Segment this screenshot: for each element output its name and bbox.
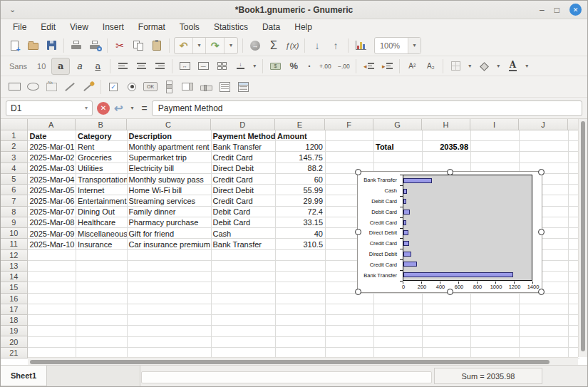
row-header[interactable]: 19 [1,326,28,336]
chart-selection-handle[interactable] [538,289,545,295]
menu-help[interactable]: Help [288,21,319,33]
window-menu-icon[interactable]: ⌄ [9,5,16,14]
row-header[interactable]: 16 [1,294,28,304]
row-header[interactable]: 8 [1,207,28,217]
enter-dropdown[interactable]: ▾ [128,105,138,111]
cut-button[interactable]: ✂ [110,37,129,54]
menu-view[interactable]: View [63,21,95,33]
cell[interactable]: 2025-Mar-08 [28,217,76,228]
draw-arrow-button[interactable] [79,78,98,96]
cell[interactable]: Utilities [76,163,127,174]
cell[interactable]: 145.75 [275,152,325,162]
cell[interactable]: 60 [275,174,325,185]
autosum-button[interactable]: Σ [264,37,283,54]
chart-selection-handle[interactable] [538,169,545,175]
sheet-tab[interactable]: Sheet1 [1,366,47,386]
sort-descending-button[interactable]: ↓ [308,37,326,54]
insert-checkbox-button[interactable]: ✓ [104,78,123,96]
align-center-button[interactable] [132,58,150,75]
col-header-c[interactable]: C [127,119,211,130]
cell[interactable]: Car insurance premium [127,239,211,249]
chart-selection-handle[interactable] [447,169,453,175]
col-header-b[interactable]: B [76,119,127,130]
cell[interactable]: Credit Card [211,174,276,185]
equals-button[interactable]: = [142,103,148,114]
align-right-button[interactable] [150,58,169,75]
menu-data[interactable]: Data [256,21,287,33]
cell-name-box[interactable]: D1 ▾ [6,100,93,116]
cell[interactable]: Amount [275,130,325,141]
row-header[interactable]: 10 [1,228,28,239]
cell[interactable]: 2025-Mar-01 [28,141,76,152]
cell[interactable]: Credit Card [211,152,276,162]
name-box-dropdown-icon[interactable]: ▾ [85,105,88,111]
menu-file[interactable]: File [6,21,33,33]
col-header-d[interactable]: D [211,119,276,130]
split-cells-button[interactable] [212,58,231,75]
menu-edit[interactable]: Edit [34,21,62,33]
align-left-button[interactable] [113,58,132,75]
chart-selection-handle[interactable] [355,289,361,295]
cell[interactable]: Internet [76,185,127,195]
cell[interactable]: 2025-Mar-07 [28,207,76,217]
function-button[interactable]: ƒ(x) [283,37,301,54]
cell[interactable]: Bank Transfer [211,239,276,249]
copy-button[interactable] [129,37,148,54]
chart-selection-handle[interactable] [355,229,361,235]
fill-color-dropdown[interactable]: ▾ [493,63,503,69]
row-header[interactable]: 1 [1,130,28,141]
cell[interactable]: Transportation [76,174,127,185]
row-header[interactable]: 17 [1,304,28,315]
cell[interactable]: Electricity bill [127,163,211,174]
row-header[interactable]: 20 [1,336,28,347]
merge-cells-button[interactable]: — [194,58,212,75]
font-color-button[interactable]: A [503,58,522,75]
print-preview-button[interactable] [86,37,104,54]
cell[interactable]: Debit Card [211,207,276,217]
font-color-dropdown[interactable]: ▾ [522,63,532,69]
cell[interactable]: 88.2 [275,163,325,174]
cell[interactable]: Monthly apartment rent [127,141,211,152]
font-name-selector[interactable]: Sans [5,62,31,71]
fill-color-button[interactable] [475,58,493,75]
insert-chart-button[interactable] [351,37,370,54]
decrease-indent-button[interactable]: ◂ [359,58,378,75]
cell[interactable]: Streaming services [127,195,211,206]
menu-tools[interactable]: Tools [173,21,206,33]
print-button[interactable] [67,37,86,54]
confirm-edit-button[interactable]: ↩ [114,102,123,115]
select-all-corner[interactable] [1,119,28,130]
formula-input[interactable]: Payment Method [152,100,582,116]
row-header[interactable]: 9 [1,217,28,228]
percent-format-button[interactable]: % [284,58,303,75]
row-header[interactable]: 18 [1,315,28,326]
draw-ellipse-button[interactable] [24,78,42,96]
menu-format[interactable]: Format [132,21,172,33]
draw-line-button[interactable] [61,78,79,96]
draw-rectangle-button[interactable] [5,78,24,96]
cell[interactable]: Entertainment [76,195,127,206]
sheet-cells[interactable]: Date Category Description Payment Method… [28,130,580,358]
col-header-h[interactable]: H [422,119,470,130]
cell[interactable]: Pharmacy purchase [127,217,211,228]
cell[interactable]: Payment Method [211,130,276,141]
row-header[interactable]: 12 [1,250,28,261]
minimize-button[interactable]: – [540,4,545,16]
horizontal-scrollbar[interactable] [28,357,579,365]
bold-button[interactable]: a [51,58,70,75]
insert-scrollbar-button[interactable] [160,78,178,96]
col-header-a[interactable]: A [28,119,76,130]
thousands-separator-button[interactable]: · [303,58,316,75]
undo-dropdown[interactable]: ▾ [193,38,206,53]
chart-selection-handle[interactable] [538,229,545,235]
insert-radio-button[interactable] [123,78,141,96]
chart-selection-handle[interactable] [447,289,453,295]
col-header-e[interactable]: E [275,119,325,130]
total-value-cell[interactable]: 2035.98 [422,141,470,152]
row-header[interactable]: 2 [1,141,28,152]
horizontal-scrollbar-thumb[interactable] [30,360,550,364]
cell[interactable]: 2025-Mar-06 [28,195,76,206]
cell[interactable]: Dining Out [76,207,127,217]
row-header[interactable]: 15 [1,282,28,293]
cell[interactable]: Debit Card [211,217,276,228]
